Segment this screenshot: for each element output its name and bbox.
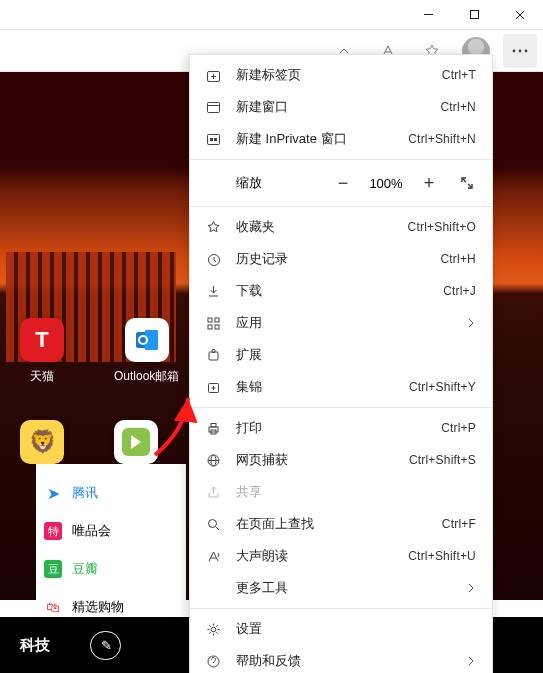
- menu-label: 大声朗读: [236, 547, 394, 565]
- svg-point-25: [208, 519, 216, 527]
- star-icon: [204, 218, 222, 236]
- tile-lion[interactable]: 🦁: [20, 420, 64, 464]
- download-icon: [204, 282, 222, 300]
- menu-print[interactable]: 打印 Ctrl+P: [190, 412, 492, 444]
- more-menu-button[interactable]: [503, 34, 537, 68]
- menu-collections[interactable]: 集锦 Ctrl+Shift+Y: [190, 371, 492, 403]
- menu-new-tab[interactable]: 新建标签页 Ctrl+T: [190, 59, 492, 91]
- menu-help[interactable]: 帮助和反馈: [190, 645, 492, 673]
- svg-point-2: [519, 49, 522, 52]
- zoom-in-button[interactable]: +: [412, 168, 446, 198]
- find-icon: [204, 515, 222, 533]
- svg-rect-18: [212, 349, 215, 352]
- zoom-label: 缩放: [236, 174, 322, 192]
- gear-icon: [204, 620, 222, 638]
- svg-rect-14: [215, 318, 219, 322]
- menu-label: 新建窗口: [236, 98, 426, 116]
- print-icon: [204, 419, 222, 437]
- close-button[interactable]: [497, 0, 543, 30]
- lion-icon: 🦁: [20, 420, 64, 464]
- tile-outlook[interactable]: Outlook邮箱: [114, 318, 179, 385]
- menu-shortcut: Ctrl+Shift+N: [408, 132, 476, 146]
- menu-label: 打印: [236, 419, 427, 437]
- menu-shortcut: Ctrl+Shift+O: [408, 220, 476, 234]
- menu-shortcut: Ctrl+F: [442, 517, 476, 531]
- collections-icon: [204, 378, 222, 396]
- svg-rect-8: [207, 102, 219, 112]
- read-aloud-icon: [204, 547, 222, 565]
- tile-iqiyi[interactable]: [114, 420, 158, 464]
- outlook-icon: [125, 318, 169, 362]
- menu-settings[interactable]: 设置: [190, 613, 492, 645]
- svg-rect-10: [210, 138, 213, 141]
- window-titlebar: [0, 0, 543, 30]
- menu-label: 在页面上查找: [236, 515, 428, 533]
- svg-rect-13: [208, 318, 212, 322]
- link-douban[interactable]: 豆 豆瓣: [36, 550, 186, 588]
- edit-pill[interactable]: ✎: [90, 631, 121, 660]
- web-capture-icon: [204, 451, 222, 469]
- fullscreen-button[interactable]: [450, 168, 484, 198]
- zoom-out-button[interactable]: −: [326, 168, 360, 198]
- menu-label: 网页捕获: [236, 451, 395, 469]
- share-icon: [204, 483, 222, 501]
- menu-shortcut: Ctrl+T: [442, 68, 476, 82]
- tile-row-1: T 天猫 Outlook邮箱: [20, 318, 179, 385]
- svg-point-26: [211, 627, 216, 632]
- svg-rect-9: [207, 134, 219, 144]
- tile-row-2: 🦁: [20, 420, 158, 464]
- menu-shortcut: Ctrl+Shift+Y: [409, 380, 476, 394]
- menu-read-aloud[interactable]: 大声朗读 Ctrl+Shift+U: [190, 540, 492, 572]
- menu-apps[interactable]: 应用: [190, 307, 492, 339]
- menu-zoom-row: 缩放 − 100% +: [190, 164, 492, 202]
- category-label[interactable]: 科技: [20, 636, 50, 655]
- menu-find[interactable]: 在页面上查找 Ctrl+F: [190, 508, 492, 540]
- zoom-value: 100%: [364, 176, 408, 191]
- menu-label: 新建 InPrivate 窗口: [236, 130, 394, 148]
- menu-extensions[interactable]: 扩展: [190, 339, 492, 371]
- menu-separator: [190, 159, 492, 160]
- menu-label: 下载: [236, 282, 429, 300]
- menu-new-inprivate[interactable]: 新建 InPrivate 窗口 Ctrl+Shift+N: [190, 123, 492, 155]
- extensions-icon: [204, 346, 222, 364]
- maximize-button[interactable]: [451, 0, 497, 30]
- menu-label: 扩展: [236, 346, 476, 364]
- tile-label: Outlook邮箱: [114, 368, 179, 385]
- tencent-icon: ➤: [44, 484, 62, 502]
- svg-rect-21: [211, 423, 216, 427]
- tile-tmall[interactable]: T 天猫: [20, 318, 64, 385]
- menu-separator: [190, 407, 492, 408]
- pencil-icon: ✎: [101, 638, 112, 653]
- link-tencent[interactable]: ➤ 腾讯: [36, 474, 186, 512]
- new-tab-icon: [204, 66, 222, 84]
- svg-rect-0: [470, 11, 478, 19]
- history-icon: [204, 250, 222, 268]
- menu-share: 共享: [190, 476, 492, 508]
- shopping-icon: 🛍: [44, 598, 62, 616]
- menu-new-window[interactable]: 新建窗口 Ctrl+N: [190, 91, 492, 123]
- menu-more-tools[interactable]: 更多工具: [190, 572, 492, 604]
- chevron-right-icon: [466, 654, 476, 669]
- menu-history[interactable]: 历史记录 Ctrl+H: [190, 243, 492, 275]
- menu-downloads[interactable]: 下载 Ctrl+J: [190, 275, 492, 307]
- svg-rect-17: [209, 352, 218, 360]
- menu-web-capture[interactable]: 网页捕获 Ctrl+Shift+S: [190, 444, 492, 476]
- link-vip[interactable]: 特 唯品会: [36, 512, 186, 550]
- minimize-button[interactable]: [405, 0, 451, 30]
- iqiyi-icon: [114, 420, 158, 464]
- apps-icon: [204, 314, 222, 332]
- menu-label: 收藏夹: [236, 218, 394, 236]
- menu-favorites[interactable]: 收藏夹 Ctrl+Shift+O: [190, 211, 492, 243]
- chevron-right-icon: [466, 316, 476, 331]
- svg-rect-11: [214, 138, 217, 141]
- link-label: 唯品会: [72, 522, 111, 540]
- menu-separator: [190, 608, 492, 609]
- menu-label: 帮助和反馈: [236, 652, 452, 670]
- menu-label: 设置: [236, 620, 476, 638]
- menu-shortcut: Ctrl+Shift+S: [409, 453, 476, 467]
- tmall-icon: T: [20, 318, 64, 362]
- blank-icon: [204, 579, 222, 597]
- menu-shortcut: Ctrl+H: [440, 252, 476, 266]
- new-window-icon: [204, 98, 222, 116]
- link-label: 腾讯: [72, 484, 98, 502]
